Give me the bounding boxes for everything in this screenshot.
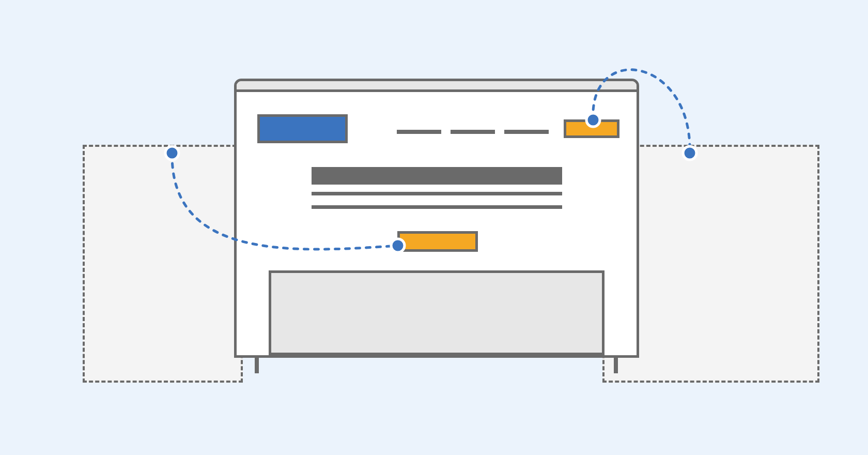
- nav-cta-button: [564, 119, 619, 138]
- hero-image-placeholder: [269, 270, 605, 355]
- logo-placeholder: [257, 114, 348, 143]
- stand-leg-right: [614, 356, 618, 373]
- browser-chrome-bar: [237, 81, 637, 92]
- diagram-stage: [0, 0, 868, 455]
- browser-window: [234, 79, 639, 358]
- body-line-2: [312, 205, 562, 209]
- nav-item-1: [397, 130, 441, 134]
- nav-item-3: [504, 130, 549, 134]
- headline-placeholder: [312, 167, 562, 185]
- nav-item-2: [451, 130, 495, 134]
- body-line-1: [312, 192, 562, 195]
- dashed-target-left: [83, 145, 243, 383]
- stand-leg-left: [255, 356, 259, 373]
- main-cta-button: [397, 231, 478, 252]
